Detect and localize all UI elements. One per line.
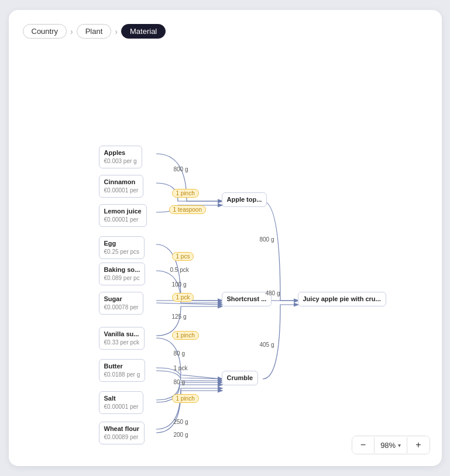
breadcrumb-material[interactable]: Material [121, 24, 166, 39]
connections-svg [23, 50, 428, 425]
node-apple-top[interactable]: Apple top... [222, 192, 267, 207]
zoom-minus-button[interactable]: − [352, 436, 374, 454]
edge-label-1pcs: 1 pcs [172, 252, 194, 261]
edge-label-80g-butter: 80 g [174, 350, 185, 357]
zoom-percentage: 98% [380, 441, 396, 450]
breadcrumb-country[interactable]: Country [23, 24, 67, 39]
node-salt[interactable]: Salt €0.00001 per [99, 391, 144, 414]
node-egg[interactable]: Egg €0.25 per pcs [99, 236, 145, 259]
edge-label-405g: 405 g [260, 342, 274, 348]
zoom-chevron-icon: ▾ [398, 442, 401, 449]
breadcrumb-sep-2: › [115, 27, 118, 36]
node-shortcrust[interactable]: Shortcrust ... [222, 292, 272, 306]
breadcrumb: Country › Plant › Material [23, 24, 428, 39]
edge-label-80g-salt: 80 g [174, 379, 185, 385]
edge-label-250g: 250 g [174, 419, 188, 425]
node-final-product[interactable]: Juicy apple pie with cru... [298, 292, 386, 306]
node-crumble[interactable]: Crumble [222, 371, 259, 385]
node-vanilla-sugar[interactable]: Vanilla su... €0.33 per pck [99, 327, 145, 350]
edge-label-1pck-butter: 1 pck [174, 365, 188, 371]
edge-label-1pinch-cinnamon: 1 pinch [172, 189, 199, 198]
edge-label-200g: 200 g [174, 432, 188, 438]
breadcrumb-sep-1: › [70, 27, 73, 36]
edge-label-100g: 100 g [172, 281, 187, 288]
node-baking-soda[interactable]: Baking so... €0.089 per pc [99, 263, 146, 285]
node-sugar[interactable]: Sugar €0.00078 per [99, 292, 144, 315]
node-cinnamon[interactable]: Cinnamon €0.00001 per [99, 175, 144, 198]
edge-label-05pck: 0.5 pck [170, 267, 189, 273]
breadcrumb-plant[interactable]: Plant [77, 24, 112, 39]
edge-label-800g-final: 800 g [260, 236, 274, 243]
edge-label-1pinch-vanilla: 1 pinch [172, 331, 199, 340]
edge-label-1pinch-salt: 1 pinch [172, 394, 199, 403]
edge-label-1teaspoon: 1 teaspoon [169, 205, 207, 214]
node-apples[interactable]: Apples €0.003 per g [99, 146, 142, 168]
edge-label-1pck-sugar: 1 pck [172, 293, 194, 302]
node-lemon-juice[interactable]: Lemon juice €0.00001 per [99, 204, 147, 227]
main-card: Country › Plant › Material [9, 10, 442, 466]
node-wheat-flour[interactable]: Wheat flour €0.00089 per [99, 422, 145, 444]
edge-label-125g: 125 g [172, 313, 187, 320]
diagram-area: Apples €0.003 per g Cinnamon €0.00001 pe… [23, 50, 428, 425]
zoom-plus-button[interactable]: + [407, 436, 429, 454]
edge-label-800g-apples: 800 g [174, 166, 188, 173]
node-butter[interactable]: Butter €0.0188 per g [99, 359, 146, 382]
zoom-value[interactable]: 98% ▾ [374, 437, 407, 453]
zoom-controls: − 98% ▾ + [352, 436, 430, 454]
